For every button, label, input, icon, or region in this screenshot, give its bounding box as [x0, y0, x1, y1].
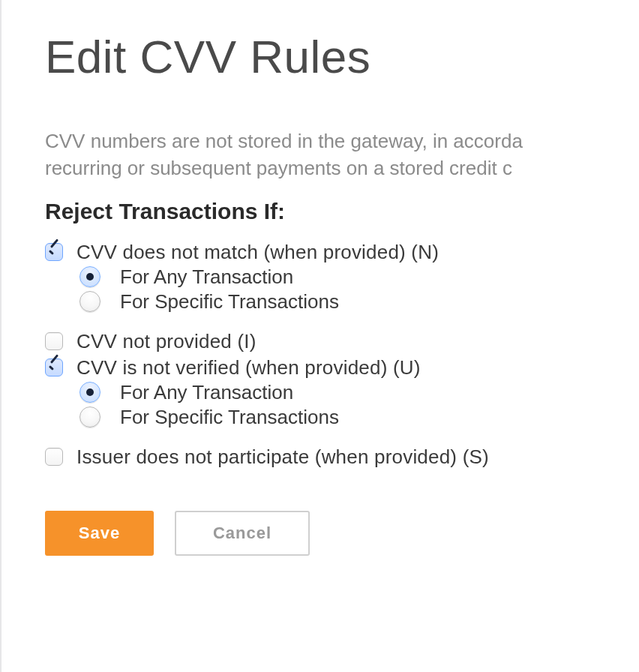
button-row: Save Cancel — [45, 511, 639, 556]
reject-transactions-heading: Reject Transactions If: — [45, 199, 639, 224]
rule-issuer-no-participate-checkbox[interactable] — [45, 448, 63, 466]
cancel-button[interactable]: Cancel — [175, 511, 310, 556]
rules-list: CVV does not match (when provided) (N) F… — [45, 241, 639, 469]
rule-cvv-not-verified-option-specific-label: For Specific Transactions — [120, 406, 339, 429]
page-title: Edit CVV Rules — [45, 30, 639, 83]
intro-line-1: CVV numbers are not stored in the gatewa… — [45, 130, 523, 152]
rule-cvv-not-verified-option-specific-radio[interactable] — [80, 406, 100, 428]
rule-cvv-not-provided-checkbox[interactable] — [45, 332, 63, 350]
rule-cvv-no-match-checkbox[interactable] — [45, 243, 63, 261]
intro-text: CVV numbers are not stored in the gatewa… — [45, 128, 639, 182]
intro-line-2: recurring or subsequent payments on a st… — [45, 157, 512, 179]
rule-cvv-no-match-option-specific-radio[interactable] — [80, 291, 100, 312]
rule-cvv-not-verified-option-any-label: For Any Transaction — [120, 381, 293, 404]
rule-cvv-not-provided-label: CVV not provided (I) — [76, 330, 256, 353]
rule-cvv-not-provided: CVV not provided (I) — [45, 330, 639, 353]
rule-cvv-no-match: CVV does not match (when provided) (N) F… — [45, 241, 639, 314]
rule-cvv-no-match-options: For Any Transaction For Specific Transac… — [80, 266, 639, 314]
rule-cvv-no-match-label: CVV does not match (when provided) (N) — [76, 241, 439, 264]
left-border — [0, 0, 2, 672]
rule-cvv-no-match-option-specific-label: For Specific Transactions — [120, 290, 339, 314]
rule-cvv-not-verified-option-any-radio[interactable] — [80, 382, 100, 403]
rule-cvv-no-match-option-any-radio[interactable] — [80, 266, 100, 287]
rule-cvv-not-verified: CVV is not verified (when provided) (U) … — [45, 356, 639, 429]
edit-cvv-rules-form: Edit CVV Rules CVV numbers are not store… — [0, 0, 639, 556]
rule-issuer-no-participate: Issuer does not participate (when provid… — [45, 446, 639, 469]
rule-issuer-no-participate-label: Issuer does not participate (when provid… — [76, 446, 489, 469]
rule-cvv-not-verified-options: For Any Transaction For Specific Transac… — [80, 381, 639, 429]
save-button[interactable]: Save — [45, 511, 154, 556]
rule-cvv-no-match-option-any-label: For Any Transaction — [120, 266, 293, 289]
rule-cvv-not-verified-label: CVV is not verified (when provided) (U) — [76, 356, 421, 380]
rule-cvv-not-verified-checkbox[interactable] — [45, 358, 63, 376]
